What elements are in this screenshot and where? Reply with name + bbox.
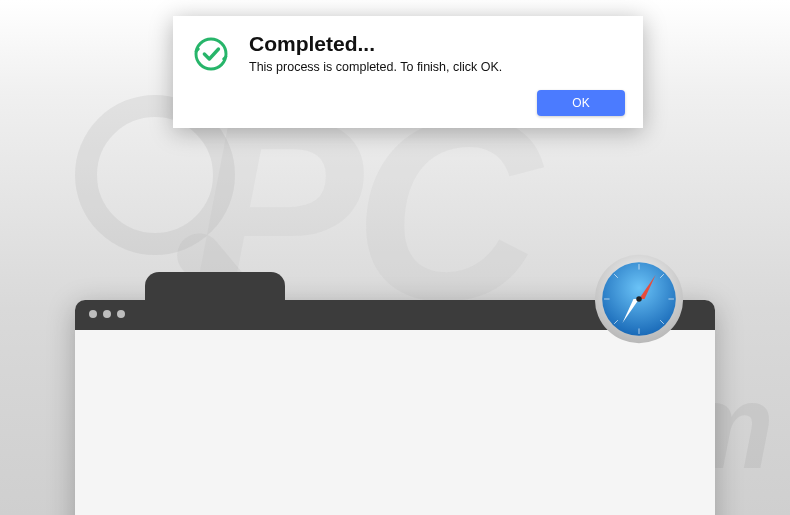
browser-tab <box>145 272 285 300</box>
window-dot <box>89 310 97 318</box>
svg-point-12 <box>636 296 642 302</box>
safari-icon <box>593 253 685 345</box>
background: PC risk.com <box>0 0 790 515</box>
dialog-message: This process is completed. To finish, cl… <box>249 60 502 74</box>
browser-content <box>75 330 715 515</box>
dialog-title: Completed... <box>249 32 502 56</box>
window-dot <box>103 310 111 318</box>
checkmark-circle-icon <box>191 34 231 74</box>
ok-button[interactable]: OK <box>537 90 625 116</box>
window-controls <box>89 310 125 318</box>
window-dot <box>117 310 125 318</box>
completed-dialog: Completed... This process is completed. … <box>173 16 643 128</box>
svg-point-13 <box>196 39 226 69</box>
